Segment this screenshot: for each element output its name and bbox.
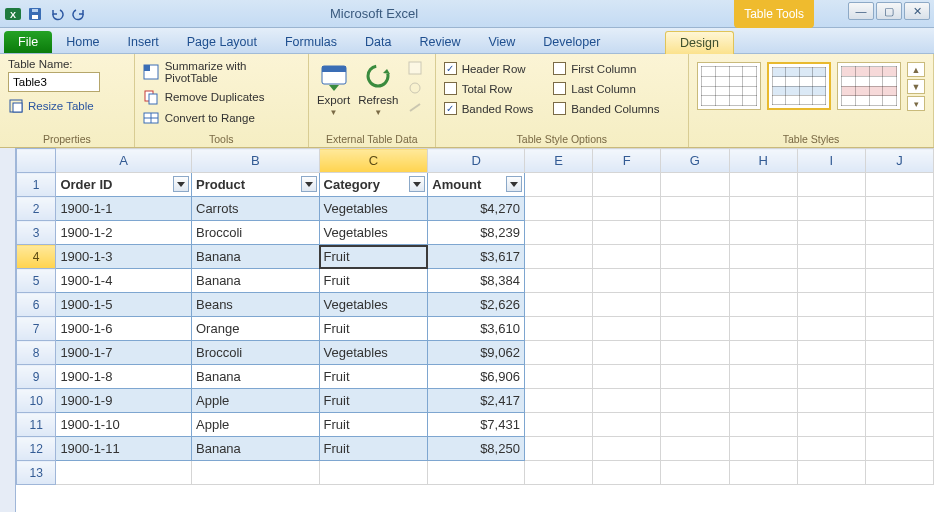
table-style-swatch[interactable] <box>837 62 901 110</box>
tab-design[interactable]: Design <box>665 31 734 54</box>
row-header[interactable]: 11 <box>17 413 56 437</box>
tab-developer[interactable]: Developer <box>529 31 614 53</box>
cell[interactable]: $8,250 <box>428 437 525 461</box>
cell[interactable]: Vegetables <box>319 221 428 245</box>
cell[interactable]: $7,431 <box>428 413 525 437</box>
col-header[interactable]: E <box>524 149 592 173</box>
col-header[interactable]: D <box>428 149 525 173</box>
cell[interactable]: 1900-1-9 <box>56 389 192 413</box>
filter-button[interactable] <box>173 176 189 192</box>
cell[interactable]: 1900-1-6 <box>56 317 192 341</box>
cell[interactable]: 1900-1-1 <box>56 197 192 221</box>
banded-columns-checkbox[interactable]: Banded Columns <box>553 102 659 115</box>
cell[interactable]: Fruit <box>319 413 428 437</box>
cell[interactable]: Fruit <box>319 365 428 389</box>
last-column-checkbox[interactable]: Last Column <box>553 82 659 95</box>
table-header-cell[interactable]: Category <box>319 173 428 197</box>
gallery-scroll-up[interactable]: ▲ <box>907 62 925 77</box>
cell[interactable]: $3,617 <box>428 245 525 269</box>
tab-formulas[interactable]: Formulas <box>271 31 351 53</box>
tab-insert[interactable]: Insert <box>114 31 173 53</box>
maximize-button[interactable]: ▢ <box>876 2 902 20</box>
cell[interactable]: Fruit <box>319 269 428 293</box>
cell[interactable]: 1900-1-7 <box>56 341 192 365</box>
col-header[interactable]: H <box>729 149 797 173</box>
row-header[interactable]: 4 <box>17 245 56 269</box>
remove-duplicates-button[interactable]: Remove Duplicates <box>143 89 300 105</box>
table-name-input[interactable] <box>8 72 100 92</box>
row-header[interactable]: 10 <box>17 389 56 413</box>
row-header[interactable]: 1 <box>17 173 56 197</box>
minimize-button[interactable]: — <box>848 2 874 20</box>
filter-button[interactable] <box>506 176 522 192</box>
gallery-more[interactable]: ▾ <box>907 96 925 111</box>
cell[interactable]: Carrots <box>192 197 320 221</box>
save-icon[interactable] <box>26 5 44 23</box>
table-style-swatch[interactable] <box>767 62 831 110</box>
cell[interactable]: Fruit <box>319 317 428 341</box>
cell[interactable]: Banana <box>192 365 320 389</box>
row-header[interactable]: 9 <box>17 365 56 389</box>
cell[interactable]: Vegetables <box>319 197 428 221</box>
cell[interactable]: 1900-1-4 <box>56 269 192 293</box>
col-header[interactable]: F <box>593 149 661 173</box>
filter-button[interactable] <box>301 176 317 192</box>
first-column-checkbox[interactable]: First Column <box>553 62 659 75</box>
filter-button[interactable] <box>409 176 425 192</box>
header-row-checkbox[interactable]: ✓Header Row <box>444 62 534 75</box>
close-button[interactable]: ✕ <box>904 2 930 20</box>
cell[interactable]: $4,270 <box>428 197 525 221</box>
tab-review[interactable]: Review <box>405 31 474 53</box>
properties-icon[interactable] <box>406 60 424 76</box>
cell[interactable]: $6,906 <box>428 365 525 389</box>
table-style-swatch[interactable] <box>697 62 761 110</box>
gallery-scroll-down[interactable]: ▼ <box>907 79 925 94</box>
row-header[interactable]: 12 <box>17 437 56 461</box>
spreadsheet-grid[interactable]: A B C D E F G H I J 1 Order ID Product C… <box>16 148 934 485</box>
unlink-icon[interactable] <box>406 100 424 116</box>
cell[interactable]: $9,062 <box>428 341 525 365</box>
cell[interactable]: $3,610 <box>428 317 525 341</box>
cell[interactable]: Broccoli <box>192 341 320 365</box>
refresh-button[interactable]: Refresh ▼ <box>358 60 398 117</box>
cell[interactable]: 1900-1-11 <box>56 437 192 461</box>
cell[interactable]: 1900-1-8 <box>56 365 192 389</box>
convert-to-range-button[interactable]: Convert to Range <box>143 110 300 126</box>
row-header[interactable]: 5 <box>17 269 56 293</box>
cell[interactable]: Banana <box>192 245 320 269</box>
summarize-pivottable-button[interactable]: Summarize with PivotTable <box>143 60 300 84</box>
cell[interactable]: Fruit <box>319 389 428 413</box>
table-header-cell[interactable]: Amount <box>428 173 525 197</box>
col-header[interactable]: I <box>797 149 865 173</box>
col-header[interactable]: B <box>192 149 320 173</box>
cell[interactable]: $8,239 <box>428 221 525 245</box>
row-header[interactable]: 13 <box>17 461 56 485</box>
col-header[interactable]: G <box>661 149 729 173</box>
cell[interactable]: Vegetables <box>319 293 428 317</box>
cell[interactable]: Orange <box>192 317 320 341</box>
cell[interactable]: 1900-1-3 <box>56 245 192 269</box>
total-row-checkbox[interactable]: Total Row <box>444 82 534 95</box>
cell[interactable]: Banana <box>192 437 320 461</box>
cell[interactable]: $2,417 <box>428 389 525 413</box>
cell[interactable]: Fruit <box>319 245 428 269</box>
tab-file[interactable]: File <box>4 31 52 53</box>
cell[interactable]: Banana <box>192 269 320 293</box>
tab-page-layout[interactable]: Page Layout <box>173 31 271 53</box>
cell[interactable]: Fruit <box>319 437 428 461</box>
col-header[interactable]: A <box>56 149 192 173</box>
cell[interactable]: $2,626 <box>428 293 525 317</box>
cell[interactable]: Apple <box>192 413 320 437</box>
row-header[interactable]: 7 <box>17 317 56 341</box>
cell[interactable]: Beans <box>192 293 320 317</box>
select-all-corner[interactable] <box>17 149 56 173</box>
resize-table-button[interactable]: Resize Table <box>8 98 126 114</box>
row-header[interactable]: 8 <box>17 341 56 365</box>
open-browser-icon[interactable] <box>406 80 424 96</box>
cell[interactable]: Vegetables <box>319 341 428 365</box>
redo-icon[interactable] <box>70 5 88 23</box>
table-header-cell[interactable]: Order ID <box>56 173 192 197</box>
row-header[interactable]: 2 <box>17 197 56 221</box>
tab-view[interactable]: View <box>474 31 529 53</box>
banded-rows-checkbox[interactable]: ✓Banded Rows <box>444 102 534 115</box>
